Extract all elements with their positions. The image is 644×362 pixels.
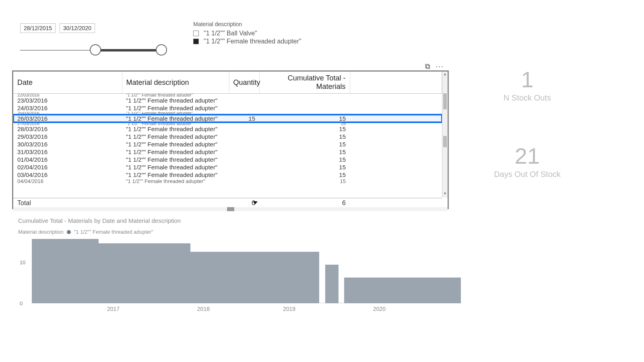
cell-blank — [350, 97, 442, 104]
cell-quantity: 15 — [229, 115, 259, 122]
chart-legend[interactable]: Material description "1 1/2"" Female thr… — [18, 229, 461, 235]
col-header-date[interactable]: Date — [13, 72, 122, 94]
cell-quantity — [229, 112, 259, 115]
checkbox-icon[interactable] — [193, 31, 199, 36]
cell-date: 28/03/2016 — [13, 125, 122, 133]
col-header-material[interactable]: Material description — [122, 72, 229, 94]
cell-blank — [350, 122, 442, 125]
cell-quantity — [229, 122, 259, 125]
date-start-input[interactable]: 28/12/2015 — [20, 23, 56, 33]
cell-cumulative: 15 — [259, 140, 350, 148]
cell-quantity — [229, 171, 259, 179]
cell-material: "1 1/2"" Female threaded adupter" — [122, 125, 229, 133]
cell-cumulative — [259, 97, 350, 104]
cell-cumulative: 15 — [259, 163, 350, 171]
table-row[interactable]: 02/04/2016"1 1/2"" Female threaded adupt… — [13, 163, 442, 171]
col-header-cumulative[interactable]: Cumulative Total - Materials — [259, 72, 350, 94]
cell-material: "1 1/2"" Female threaded adupter" — [122, 94, 229, 97]
cell-date: 03/04/2016 — [13, 171, 122, 179]
table-row[interactable]: 23/03/2016"1 1/2"" Female threaded adupt… — [13, 97, 442, 104]
legend-marker-icon — [67, 230, 71, 234]
cell-blank — [350, 125, 442, 133]
date-slider-track[interactable] — [20, 44, 177, 56]
table-row[interactable]: 29/03/2016"1 1/2"" Female threaded adupt… — [13, 133, 442, 140]
vertical-scrollbar[interactable]: ▴ ▾ — [442, 72, 448, 197]
table-row[interactable]: 26/03/2016"1 1/2"" Female threaded adupt… — [13, 115, 442, 122]
cell-blank — [350, 179, 442, 184]
x-axis: 2017201820192020 — [32, 306, 461, 314]
cell-quantity — [229, 156, 259, 163]
chart-series-segment — [190, 252, 319, 303]
table-row[interactable]: 04/04/2016"1 1/2"" Female threaded adupt… — [13, 179, 442, 184]
chart-title: Cumulative Total - Materials by Date and… — [18, 217, 461, 224]
card-label: Days Out Of Stock — [471, 170, 584, 179]
table-header-row: Date Material description Quantity Cumul… — [13, 72, 442, 94]
slider-handle-start[interactable] — [90, 44, 101, 56]
material-slicer-title: Material description — [193, 21, 354, 27]
chart-plot-area[interactable]: 10 0 — [32, 239, 461, 303]
table-frame: Date Material description Quantity Cumul… — [12, 70, 449, 209]
slider-handle-end[interactable] — [156, 44, 167, 56]
table-row[interactable]: 30/03/2016"1 1/2"" Female threaded adupt… — [13, 140, 442, 148]
more-options-icon[interactable]: ··· — [436, 62, 444, 71]
cumulative-total-chart[interactable]: Cumulative Total - Materials by Date and… — [18, 217, 461, 314]
date-end-input[interactable]: 30/12/2020 — [60, 23, 95, 33]
chart-series-segment — [99, 243, 190, 303]
scroll-thumb[interactable] — [443, 93, 447, 109]
material-description-slicer[interactable]: Material description "1 1/2"" Ball Valve… — [193, 21, 354, 45]
x-axis-tick: 2018 — [197, 306, 210, 312]
cell-quantity — [229, 125, 259, 133]
cell-quantity — [229, 94, 259, 97]
material-option-adupter[interactable]: "1 1/2"" Female threaded adupter" — [193, 38, 354, 45]
cell-quantity — [229, 163, 259, 171]
material-option-ball-valve[interactable]: "1 1/2"" Ball Valve" — [193, 30, 354, 37]
col-header-quantity[interactable]: Quantity — [229, 72, 259, 94]
scroll-down-icon[interactable]: ▾ — [442, 191, 448, 197]
x-axis-tick: 2019 — [283, 306, 295, 312]
cell-cumulative — [259, 104, 350, 112]
table-row[interactable]: 24/03/2016"1 1/2"" Female threaded adupt… — [13, 104, 442, 112]
horizontal-scrollbar[interactable] — [13, 207, 448, 211]
x-axis-tick: 2020 — [373, 306, 386, 312]
cell-date: 01/04/2016 — [13, 156, 122, 163]
cell-material: "1 1/2"" Female threaded adupter" — [122, 171, 229, 179]
cell-material: "1 1/2"" Female threaded adupter" — [122, 163, 229, 171]
slider-track-active — [95, 49, 161, 51]
slider-track-inactive — [20, 50, 95, 51]
cell-quantity — [229, 97, 259, 104]
chart-series-segment — [344, 278, 461, 303]
cell-quantity — [229, 148, 259, 156]
table-row[interactable]: 31/03/2016"1 1/2"" Female threaded adupt… — [13, 148, 442, 156]
cell-date: 31/03/2016 — [13, 148, 122, 156]
cell-date: 02/04/2016 — [13, 163, 122, 171]
table-row[interactable]: 25/03/2016"1 1/2"" Female threaded adupt… — [13, 112, 442, 115]
y-axis-tick: 0 — [20, 300, 23, 306]
materials-table[interactable]: ⧉ ··· Date Material description Quantity… — [12, 70, 449, 209]
table-row[interactable]: 28/03/2016"1 1/2"" Female threaded adupt… — [13, 125, 442, 133]
cell-cumulative — [259, 112, 350, 115]
table-row[interactable]: 27/03/2016"1 1/2"" Female threaded adupt… — [13, 122, 442, 125]
cell-date: 22/03/2016 — [13, 94, 122, 97]
scroll-thumb[interactable] — [443, 136, 447, 147]
total-label: Total — [13, 198, 122, 208]
cell-blank — [350, 140, 442, 148]
cell-quantity — [229, 179, 259, 184]
table-row[interactable]: 03/04/2016"1 1/2"" Female threaded adupt… — [13, 171, 442, 179]
cell-material: "1 1/2"" Female threaded adupter" — [122, 156, 229, 163]
cell-material: "1 1/2"" Female threaded adupter" — [122, 140, 229, 148]
scroll-thumb[interactable] — [227, 207, 234, 211]
cell-date: 24/03/2016 — [13, 104, 122, 112]
checkbox-icon[interactable] — [193, 39, 199, 44]
cell-cumulative: 15 — [259, 122, 350, 125]
focus-mode-icon[interactable]: ⧉ — [425, 62, 430, 71]
chart-series-segment — [325, 265, 339, 303]
table-row[interactable]: 01/04/2016"1 1/2"" Female threaded adupt… — [13, 156, 442, 163]
date-range-slicer[interactable]: 28/12/2015 30/12/2020 — [20, 23, 181, 56]
table-body-viewport[interactable]: 22/03/2016"1 1/2"" Female threaded adupt… — [13, 94, 442, 203]
cell-date: 26/03/2016 — [13, 115, 122, 122]
scroll-up-icon[interactable]: ▴ — [442, 72, 448, 78]
cell-cumulative: 15 — [259, 171, 350, 179]
cell-material: "1 1/2"" Female threaded adupter" — [122, 148, 229, 156]
table-row[interactable]: 22/03/2016"1 1/2"" Female threaded adupt… — [13, 94, 442, 97]
card-value: 21 — [471, 145, 584, 167]
